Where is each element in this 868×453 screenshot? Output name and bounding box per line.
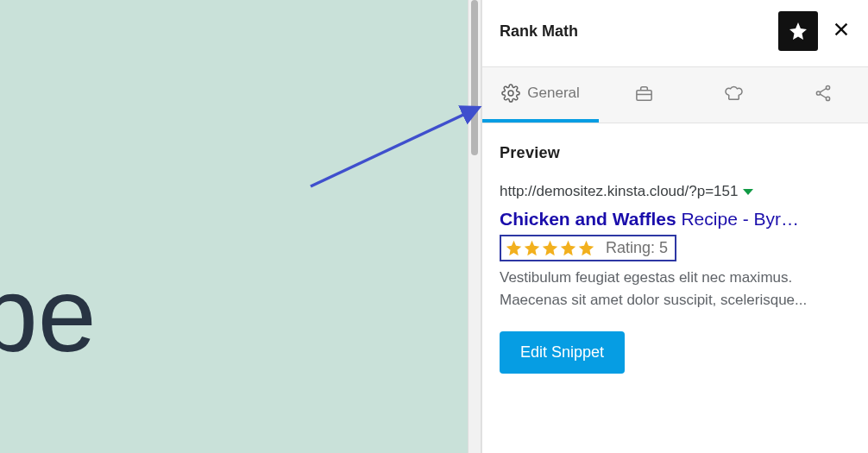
tab-general-label: General [527,85,579,102]
share-icon [814,84,833,103]
sidebar-header: Rank Math [482,0,868,67]
preview-description: Vestibulum feugiat egestas elit nec maxi… [500,267,848,311]
svg-point-6 [826,85,829,89]
preview-url-row: http://demositez.kinsta.cloud/?p=151 [500,183,851,200]
star-filled-icon [523,239,541,257]
post-title-line-2: ecipe [0,239,97,392]
svg-point-8 [826,97,829,100]
post-title-text: nd ecipe [0,86,97,392]
close-sidebar-button[interactable] [832,20,851,42]
star-filled-icon [577,239,595,257]
preview-title: Chicken and Waffles Recipe - Byr… [500,209,851,230]
snippet-preview: Preview http://demositez.kinsta.cloud/?p… [482,123,868,394]
preview-url: http://demositez.kinsta.cloud/?p=151 [500,183,738,200]
preview-heading: Preview [500,144,851,162]
briefcase-icon [634,84,654,104]
rank-math-sidebar: Rank Math General Preview http://demosit… [481,0,868,453]
chef-hat-icon [724,84,744,104]
svg-line-9 [820,89,826,92]
editor-canvas[interactable]: nd ecipe [0,0,468,453]
tab-recipe[interactable] [689,67,778,123]
preview-rating-box: Rating: 5 [500,235,676,261]
preview-title-keyword: Chicken and Waffles [500,209,676,229]
svg-line-10 [820,94,826,98]
preview-rating-label: Rating: 5 [606,239,668,257]
preview-stars [505,239,595,257]
tab-general[interactable]: General [482,67,599,123]
sidebar-tabs: General [482,67,868,123]
edit-snippet-button[interactable]: Edit Snippet [500,331,625,374]
tab-share[interactable] [778,67,868,123]
preview-title-rest: Recipe - Byr… [676,209,799,229]
post-title-line-1: nd [0,86,97,239]
svg-rect-3 [636,90,651,100]
sidebar-title: Rank Math [500,22,578,41]
close-icon [832,20,851,39]
star-filled-icon [559,239,577,257]
star-filled-icon [541,239,559,257]
gear-icon [501,84,520,103]
svg-point-2 [508,91,513,96]
url-dropdown-caret-icon[interactable] [743,189,753,195]
tab-advanced[interactable] [599,67,689,123]
svg-point-7 [816,91,820,95]
unpin-button[interactable] [778,11,818,51]
star-filled-icon [505,239,523,257]
panel-divider-scrollbar[interactable] [468,0,481,453]
sidebar-header-actions [778,11,851,51]
star-icon [788,21,808,41]
